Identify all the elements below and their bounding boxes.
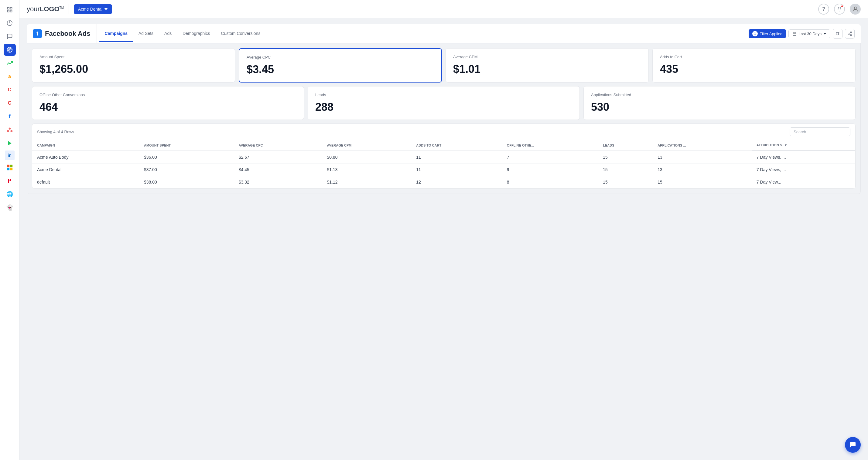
svg-rect-2 <box>7 10 9 12</box>
svg-line-28 <box>849 32 851 33</box>
dropdown-chevron-icon <box>104 7 108 11</box>
facebook-brand-icon: f <box>33 29 42 38</box>
page-title-area: f Facebook Ads <box>33 24 97 43</box>
date-label: Last 30 Days <box>799 32 822 36</box>
filter-button[interactable]: 1 Filter Applied <box>749 29 786 38</box>
table-row[interactable]: default$38.00$3.32$1.1212815157 Day View… <box>32 176 855 189</box>
svg-point-25 <box>848 33 849 34</box>
search-input[interactable] <box>789 127 850 136</box>
metric-amount-spent-label: Amount Spent <box>39 55 227 59</box>
svg-point-8 <box>7 130 9 132</box>
sidebar-item-pinterest[interactable]: P <box>4 175 16 187</box>
main-content: yourLOGOTM Acme Dental ? <box>20 0 868 460</box>
sidebar-item-c2[interactable]: C <box>4 97 16 109</box>
metric-leads[interactable]: Leads 288 <box>308 86 580 120</box>
sidebar-item-microsoft[interactable] <box>4 161 16 173</box>
sidebar-item-home[interactable] <box>4 4 16 16</box>
cell-1-8: 7 Day Views, ... <box>752 164 855 176</box>
account-selector[interactable]: Acme Dental <box>74 4 112 14</box>
header-actions: 1 Filter Applied Last 30 Days <box>744 29 855 38</box>
cell-0-7: 13 <box>653 151 752 164</box>
col-applications: APPLICATIONS ... <box>653 140 752 151</box>
metric-average-cpc-value: $3.45 <box>247 63 434 76</box>
metric-adds-to-cart-label: Adds to Cart <box>660 55 848 59</box>
table-row[interactable]: Acme Dental$37.00$4.45$1.1311915137 Day … <box>32 164 855 176</box>
cell-1-0: Acme Dental <box>32 164 139 176</box>
nav-tabs: Campaigns Ad Sets Ads Demographics Custo… <box>97 26 744 42</box>
metric-average-cpc[interactable]: Average CPC $3.45 <box>239 48 442 83</box>
cell-1-7: 13 <box>653 164 752 176</box>
sidebar-item-amazon[interactable]: a <box>4 70 16 83</box>
tab-ads[interactable]: Ads <box>159 26 177 42</box>
avatar[interactable] <box>850 4 861 14</box>
cell-1-1: $37.00 <box>139 164 234 176</box>
metric-average-cpm[interactable]: Average CPM $1.01 <box>445 48 649 83</box>
content-area: f Facebook Ads Campaigns Ad Sets Ads Dem… <box>20 18 868 460</box>
sidebar-item-target[interactable] <box>4 44 16 56</box>
filter-badge: 1 <box>752 31 758 36</box>
sidebar-item-linkedin[interactable]: in <box>5 151 14 160</box>
cell-2-0: default <box>32 176 139 189</box>
cell-2-4: 12 <box>411 176 502 189</box>
table-row[interactable]: Acme Auto Body$36.00$2.67$0.8011715137 D… <box>32 151 855 164</box>
sidebar-item-arrow[interactable] <box>4 57 16 69</box>
chat-fab-button[interactable] <box>845 437 861 453</box>
col-campaign: CAMPAIGN <box>32 140 139 151</box>
help-button[interactable]: ? <box>818 4 829 14</box>
metric-offline-value: 464 <box>39 101 297 113</box>
svg-rect-1 <box>10 8 12 9</box>
cell-1-4: 11 <box>411 164 502 176</box>
logo-area: yourLOGOTM Acme Dental <box>27 4 112 14</box>
page-title: Facebook Ads <box>45 30 91 38</box>
metric-adds-to-cart-value: 435 <box>660 63 848 75</box>
tab-campaigns[interactable]: Campaigns <box>99 26 133 42</box>
sidebar-item-pie-chart[interactable] <box>4 17 16 29</box>
metric-leads-value: 288 <box>315 101 572 113</box>
col-attribution: ATTRIBUTION S...▾ <box>752 140 855 151</box>
svg-rect-12 <box>10 165 12 167</box>
notification-dot <box>841 5 844 8</box>
row-count: Showing 4 of 4 Rows <box>37 130 74 134</box>
svg-line-27 <box>849 34 851 35</box>
metric-adds-to-cart[interactable]: Adds to Cart 435 <box>652 48 856 83</box>
metric-offline-label: Offline Other Conversions <box>39 93 297 97</box>
sidebar-item-facebook[interactable]: f <box>4 110 16 123</box>
tab-custom-conversions[interactable]: Custom Conversions <box>215 26 266 42</box>
sidebar-item-globe[interactable]: 🌐 <box>4 188 16 200</box>
date-range-button[interactable]: Last 30 Days <box>788 29 830 38</box>
metric-amount-spent[interactable]: Amount Spent $1,265.00 <box>32 48 235 83</box>
cell-2-2: $3.32 <box>234 176 322 189</box>
cell-1-3: $1.13 <box>322 164 411 176</box>
metric-average-cpc-label: Average CPC <box>247 55 434 60</box>
sidebar-item-snapchat[interactable]: 👻 <box>4 201 16 213</box>
notification-button[interactable] <box>834 4 845 14</box>
data-table: CAMPAIGN AMOUNT SPENT AVERAGE CPC AVERAG… <box>32 140 855 189</box>
svg-point-7 <box>8 128 11 130</box>
tab-ad-sets[interactable]: Ad Sets <box>133 26 159 42</box>
svg-rect-14 <box>10 168 12 170</box>
cell-0-6: 15 <box>598 151 653 164</box>
metric-leads-label: Leads <box>315 93 572 97</box>
svg-point-26 <box>850 35 851 36</box>
sidebar-item-play[interactable] <box>4 137 16 149</box>
cell-1-2: $4.45 <box>234 164 322 176</box>
sidebar-item-chat[interactable] <box>4 30 16 42</box>
sidebar-item-c1[interactable]: C <box>4 84 16 96</box>
cell-0-1: $36.00 <box>139 151 234 164</box>
logo: yourLOGOTM <box>27 5 64 13</box>
metric-offline-conversions[interactable]: Offline Other Conversions 464 <box>32 86 304 120</box>
cell-2-1: $38.00 <box>139 176 234 189</box>
sidebar-item-asana[interactable] <box>4 124 16 136</box>
tab-demographics[interactable]: Demographics <box>177 26 215 42</box>
sidebar: a C C f in P 🌐 👻 <box>0 0 20 460</box>
col-adds-to-cart: ADDS TO CART <box>411 140 502 151</box>
share-button[interactable] <box>845 29 855 38</box>
metric-applications-value: 530 <box>591 101 848 113</box>
cell-2-5: 8 <box>502 176 598 189</box>
columns-button[interactable] <box>833 29 842 38</box>
col-amount-spent: AMOUNT SPENT <box>139 140 234 151</box>
col-average-cpm: AVERAGE CPM <box>322 140 411 151</box>
svg-point-5 <box>8 48 11 51</box>
svg-point-24 <box>850 32 851 33</box>
metric-applications[interactable]: Applications Submitted 530 <box>583 86 856 120</box>
